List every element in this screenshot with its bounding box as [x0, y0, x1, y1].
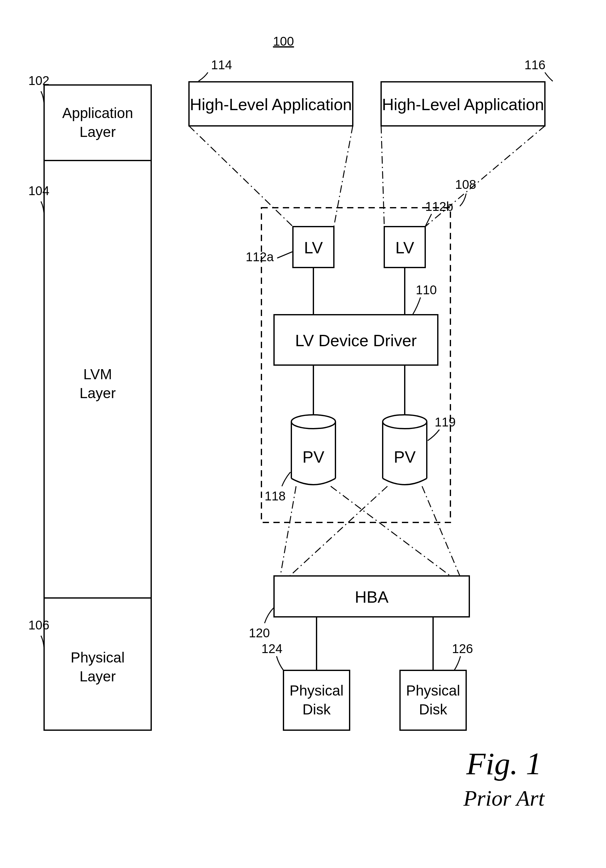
svg-line-17	[422, 486, 460, 576]
pv-b-ref: 119	[435, 415, 456, 429]
disk-b-label2: Disk	[419, 701, 447, 718]
lvm-layer-ref: 104	[28, 184, 50, 198]
pv-a: PV	[291, 415, 336, 485]
pv-b: PV	[383, 415, 427, 485]
lv-a-label: LV	[304, 239, 323, 257]
hba-label: HBA	[355, 588, 388, 606]
disk-b-label1: Physical	[406, 682, 460, 699]
app-layer-label2: Layer	[79, 124, 116, 140]
app-a-ref: 114	[211, 58, 232, 72]
app-a-label: High-Level Application	[190, 95, 352, 114]
pv-a-label: PV	[302, 448, 325, 466]
disk-b-box	[400, 670, 466, 730]
lv-b-label: LV	[395, 239, 414, 257]
driver-label: LV Device Driver	[295, 332, 417, 350]
caption-prior: Prior Art	[463, 786, 545, 811]
svg-line-16	[290, 486, 387, 576]
app-b-ref: 116	[524, 58, 545, 72]
app-layer-ref: 102	[28, 74, 50, 87]
app-b-label: High-Level Application	[382, 95, 544, 114]
svg-point-13	[383, 415, 427, 429]
disk-a-label2: Disk	[302, 701, 331, 718]
svg-line-4	[334, 126, 353, 226]
svg-line-15	[331, 486, 451, 576]
hba-ref: 120	[249, 626, 270, 640]
pv-a-ref: 118	[264, 489, 286, 503]
caption-fig: Fig. 1	[466, 746, 542, 781]
app-layer-label1: Application	[62, 105, 133, 121]
phys-layer-label2: Layer	[79, 668, 116, 685]
phys-layer-label1: Physical	[71, 649, 124, 666]
figure-ref: 100	[273, 34, 294, 48]
svg-line-5	[381, 126, 384, 226]
svg-line-3	[189, 126, 293, 226]
svg-rect-0	[44, 85, 151, 730]
disk-b-ref: 126	[452, 642, 473, 656]
disk-a-box	[283, 670, 350, 730]
disk-a-ref: 124	[261, 642, 283, 656]
lvm-layer-label2: Layer	[79, 385, 116, 401]
lvm-group-ref: 108	[455, 178, 476, 191]
driver-ref: 110	[416, 283, 437, 297]
svg-point-12	[291, 415, 336, 429]
lv-b-ref: 112b	[425, 200, 453, 213]
lvm-layer-label1: LVM	[83, 366, 112, 382]
phys-layer-ref: 106	[28, 618, 50, 632]
svg-line-7	[277, 252, 292, 258]
pv-b-label: PV	[394, 448, 416, 466]
disk-a-label1: Physical	[289, 682, 343, 699]
layer-column: Application Layer LVM Layer Physical Lay…	[44, 85, 151, 730]
lv-a-ref: 112a	[246, 250, 274, 264]
